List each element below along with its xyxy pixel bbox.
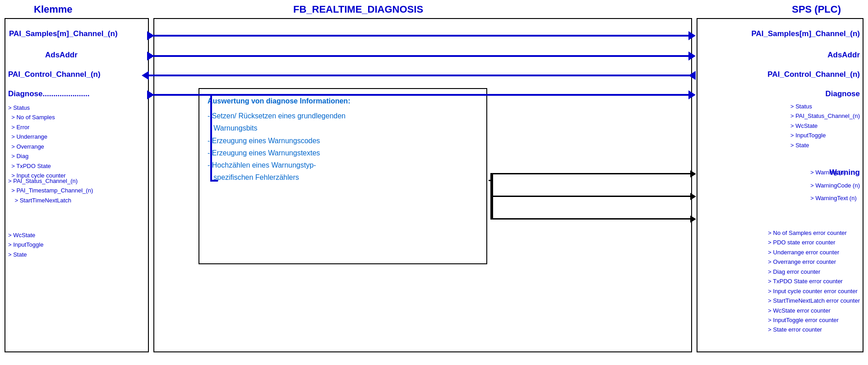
sps-diagnose: Diagnose [825,89,860,98]
k-status-5: > Overrange [8,142,66,151]
sps-w3: > WarningText (n) [810,192,860,205]
inner-item-2: - Erzeugung eines Warnungscodes [208,135,478,147]
sps-ads-addr: AdsAddr [827,51,860,60]
sps-s4: > InputToggle [790,131,860,140]
header-fb: FB_REALTIME_DIAGNOSIS [293,4,423,15]
inner-item-1b: Warnungsbits [208,122,478,134]
inner-item-3: - Erzeugung eines Warnungstextes [208,147,478,159]
inner-item-4b: spezifischen Fehlerzählers [208,171,478,183]
ec-7: > Input cycle counter error counter [768,286,860,296]
k-pai-1: > PAI_Status_Channel_(n) [8,176,93,186]
arrow-diag-head-center [147,90,154,99]
k-wc-1: > WcState [8,230,43,240]
k-status-2: > No of Samples [8,112,66,122]
arrow-ads-head-center [147,51,154,61]
ec-11: > State error counter [768,325,860,334]
ec-1: > No of Samples error counter [768,228,860,238]
arrow-ads-head-sps [688,51,696,61]
inner-item-1: - Setzen/ Rücksetzen eines grundlegenden [208,110,478,122]
arrow-control-line [149,75,690,76]
sps-s5: > State [790,140,860,150]
horiz-inner-right [489,180,493,181]
ec-10: > InputToggle error counter [768,315,860,325]
ec-6: > TxPDO State error counter [768,276,860,286]
arrow-warning-line [492,173,693,174]
arrow-diag-head-sps [688,90,696,99]
sps-w1: > Warning (n) [810,166,860,179]
arrow-control-head-klemme [142,71,149,80]
sps-s3: > WcState [790,121,860,131]
ec-8: > StartTimeNextLatch error counter [768,296,860,305]
k-status-7: > TxPDO State [8,161,66,171]
arrow-diag-main-line [149,94,690,96]
sps-s1: > Status [790,102,860,111]
ec-5: > Diag error counter [768,267,860,276]
arrow-pai-samples-head-center [147,31,154,40]
klemme-ads-addr: AdsAddr [45,51,78,60]
inner-title: Auswertung von diagnose Informationen: [208,95,478,107]
k-status-3: > Error [8,122,66,132]
header-sps: SPS (PLC) [792,4,841,15]
klemme-pai-control: PAI_Control_Channel_(n) [8,70,101,79]
sps-error-counters: > No of Samples error counter > PDO stat… [768,228,860,335]
klemme-pai-status-items: > PAI_Status_Channel_(n) > PAI_Timestamp… [8,176,93,205]
ec-4: > Overrange error counter [768,257,860,267]
k-wc-3: > State [8,250,43,259]
page-container: Klemme FB_REALTIME_DIAGNOSIS SPS (PLC) A… [0,0,868,365]
ec-2: > PDO state error counter [768,238,860,247]
k-status-4: > Underrange [8,132,66,141]
ec-9: > WcState error counter [768,306,860,315]
inner-item-4: - Hochzählen eines Warnungstyp- [208,159,478,171]
arrow-wcode-line [492,196,693,197]
klemme-pai-samples: PAI_Samples[m]_Channel_(n) [9,29,118,38]
k-pai-2: > PAI_Timestamp_Channel_(n) [8,186,93,195]
arrow-ads-line [149,55,690,57]
vert-drop-line [210,96,212,182]
arrow-control-head-sps [688,71,696,80]
inner-box-content: Auswertung von diagnose Informationen: -… [208,95,478,183]
arrow-pai-samples-head-sps [688,31,696,40]
sps-pai-control: PAI_Control_Channel_(n) [767,70,860,79]
sps-status-items: > Status > PAI_Status_Channel_(n) > WcSt… [790,102,860,150]
header-klemme: Klemme [34,4,73,15]
k-status-6: > Diag [8,151,66,161]
arrow-pai-samples-line [149,35,690,37]
klemme-wc-items: > WcState > InputToggle > State [8,230,43,259]
arrow-wtext-head [690,215,696,223]
klemme-status-items: > Status > No of Samples > Error > Under… [8,103,66,181]
arrow-wcode-head [690,193,696,200]
sps-pai-samples: PAI_Samples[m]_Channel_(n) [751,29,860,38]
sps-w2: > WarningCode (n) [810,179,860,192]
ec-3: > Underrange error counter [768,248,860,257]
k-wc-2: > InputToggle [8,240,43,249]
arrow-wtext-line [492,218,693,220]
k-pai-3: > StartTimeNextLatch [8,196,93,205]
k-status-1: > Status [8,103,66,112]
klemme-diagnose: Diagnose...................... [8,89,89,98]
sps-warning-items: > Warning (n) > WarningCode (n) > Warnin… [810,166,860,205]
arrow-warning-head [690,170,696,178]
horiz-inner-connect [210,180,218,182]
sps-s2: > PAI_Status_Channel_(n) [790,111,860,121]
